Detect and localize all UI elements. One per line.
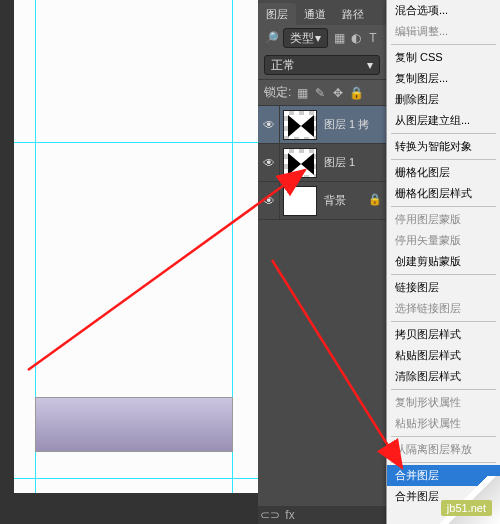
filter-adjust-icon[interactable]: ◐ <box>349 31 363 45</box>
shape-rectangle <box>35 397 233 452</box>
layer-thumbnail[interactable] <box>283 110 317 140</box>
lock-position-icon[interactable]: ✥ <box>331 86 345 100</box>
layer-thumbnail[interactable] <box>283 186 317 216</box>
lock-all-icon[interactable]: 🔒 <box>349 86 363 100</box>
link-icon[interactable]: ⊂⊃ <box>264 509 276 521</box>
menu-separator <box>391 206 496 207</box>
menu-item[interactable]: 删除图层 <box>387 89 500 110</box>
canvas-area[interactable] <box>0 0 258 524</box>
tab-paths[interactable]: 路径 <box>334 3 372 25</box>
menu-item-merge-layers[interactable]: 合并图层 <box>387 465 500 486</box>
layer-list: 👁 图层 1 拷 👁 图层 1 👁 背景 🔒 <box>258 106 386 220</box>
lock-label: 锁定: <box>264 84 291 101</box>
menu-item[interactable]: 混合选项... <box>387 0 500 21</box>
menu-item: 停用图层蒙版 <box>387 209 500 230</box>
menu-separator <box>391 462 496 463</box>
visibility-toggle[interactable]: 👁 <box>258 106 280 143</box>
menu-separator <box>391 321 496 322</box>
kind-label: 类型 <box>290 30 314 47</box>
panel-footer: ⊂⊃ fx <box>258 506 386 524</box>
menu-item[interactable]: 转换为智能对象 <box>387 136 500 157</box>
layer-thumbnail[interactable] <box>283 148 317 178</box>
menu-separator <box>391 159 496 160</box>
lock-icon: 🔒 <box>368 193 382 206</box>
lock-pixels-icon[interactable]: ✎ <box>313 86 327 100</box>
tab-layers[interactable]: 图层 <box>258 3 296 25</box>
tab-channels[interactable]: 通道 <box>296 3 334 25</box>
menu-separator <box>391 436 496 437</box>
chevron-down-icon: ▾ <box>367 58 373 72</box>
guide-horizontal <box>14 142 258 143</box>
menu-item[interactable]: 拷贝图层样式 <box>387 324 500 345</box>
visibility-toggle[interactable]: 👁 <box>258 182 280 219</box>
filter-type-icon[interactable]: T <box>366 31 380 45</box>
layer-name[interactable]: 背景 <box>320 193 346 208</box>
panel-tabs: 图层 通道 路径 <box>258 0 386 25</box>
layer-name[interactable]: 图层 1 拷 <box>320 117 369 132</box>
menu-item: 从隔离图层释放 <box>387 439 500 460</box>
menu-separator <box>391 274 496 275</box>
layer-row[interactable]: 👁 背景 🔒 <box>258 182 386 220</box>
menu-item[interactable]: 粘贴图层样式 <box>387 345 500 366</box>
menu-item[interactable]: 栅格化图层 <box>387 162 500 183</box>
layer-row[interactable]: 👁 图层 1 <box>258 144 386 182</box>
menu-item: 选择链接图层 <box>387 298 500 319</box>
layer-filter-row: 🔎 类型 ▾ ▦ ◐ T <box>258 25 386 51</box>
menu-item[interactable]: 复制图层... <box>387 68 500 89</box>
menu-separator <box>391 44 496 45</box>
filter-pixel-icon[interactable]: ▦ <box>332 31 346 45</box>
menu-item[interactable]: 创建剪贴蒙版 <box>387 251 500 272</box>
blend-mode-select[interactable]: 正常 ▾ <box>264 55 380 75</box>
artboard <box>14 0 258 493</box>
blend-row: 正常 ▾ <box>258 51 386 80</box>
menu-item[interactable]: 栅格化图层样式 <box>387 183 500 204</box>
search-icon: 🔎 <box>264 31 279 45</box>
menu-separator <box>391 389 496 390</box>
kind-select[interactable]: 类型 ▾ <box>283 28 328 48</box>
menu-item[interactable]: 清除图层样式 <box>387 366 500 387</box>
layers-panel: 图层 通道 路径 🔎 类型 ▾ ▦ ◐ T 正常 ▾ 锁定: ▦ <box>258 0 386 524</box>
fx-icon[interactable]: fx <box>284 509 296 521</box>
menu-item: 复制形状属性 <box>387 392 500 413</box>
watermark: jb51.net <box>441 500 492 516</box>
menu-item[interactable]: 从图层建立组... <box>387 110 500 131</box>
visibility-toggle[interactable]: 👁 <box>258 144 280 181</box>
layer-name[interactable]: 图层 1 <box>320 155 355 170</box>
layer-row[interactable]: 👁 图层 1 拷 <box>258 106 386 144</box>
layer-context-menu: 混合选项... 编辑调整... 复制 CSS 复制图层... 删除图层 从图层建… <box>386 0 500 524</box>
guide-horizontal <box>14 478 258 479</box>
menu-separator <box>391 133 496 134</box>
menu-item: 停用矢量蒙版 <box>387 230 500 251</box>
menu-item: 粘贴形状属性 <box>387 413 500 434</box>
blend-mode-label: 正常 <box>271 57 295 74</box>
menu-item: 编辑调整... <box>387 21 500 42</box>
lock-row: 锁定: ▦ ✎ ✥ 🔒 <box>258 80 386 106</box>
chevron-down-icon: ▾ <box>315 31 321 45</box>
menu-item[interactable]: 链接图层 <box>387 277 500 298</box>
menu-item[interactable]: 复制 CSS <box>387 47 500 68</box>
lock-transparency-icon[interactable]: ▦ <box>295 86 309 100</box>
